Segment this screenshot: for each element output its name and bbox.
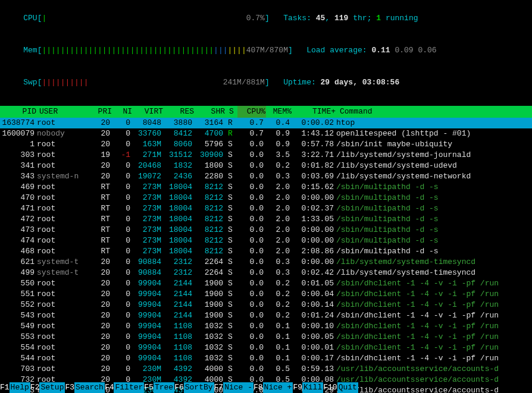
process-row[interactable]: 468rootRT0273M180048212S0.02.02:08.86/sb… [0, 246, 532, 257]
process-row[interactable]: 544root2009990411081032S0.00.10:00.17/sb… [0, 353, 532, 364]
process-row[interactable]: 474rootRT0273M180048212S0.02.00:00.00/sb… [0, 235, 532, 246]
process-row[interactable]: 550root2009990421441900S0.00.20:01.05/sb… [0, 278, 532, 289]
col-cmd[interactable]: Command [336, 106, 532, 118]
load-label: Load average: [306, 46, 367, 55]
fkey-label[interactable]: Search [74, 382, 105, 393]
uptime-val: 29 days, 03:08:56 [321, 78, 400, 87]
fkey-f4[interactable]: F4 [105, 383, 114, 392]
col-pri[interactable]: PRI [87, 106, 112, 118]
process-row[interactable]: 551root2009990421441900S0.00.20:00.04/sb… [0, 289, 532, 300]
col-pid[interactable]: PID [0, 106, 37, 118]
fkey-label[interactable]: SortBy [184, 382, 214, 393]
tasks-thr: 119 [334, 14, 348, 23]
fkey-label[interactable]: Setup [39, 382, 65, 393]
fkey-f2[interactable]: F2 [30, 383, 40, 392]
fkey-label[interactable]: Help [10, 382, 30, 393]
col-time[interactable]: TIME+ [292, 106, 336, 118]
col-virt[interactable]: VIRT [133, 106, 164, 118]
cpu-label: CPU [23, 14, 37, 23]
process-table[interactable]: PID USER PRI NI VIRT RES SHR S CPU% MEM%… [0, 106, 532, 393]
function-key-bar[interactable]: F1Help F2Setup F3SearchF4FilterF5Tree F6… [0, 382, 532, 393]
cpu-pct: 0.7% [246, 14, 265, 23]
process-row[interactable]: 553root2009990411081032S0.00.10:00.05/sb… [0, 332, 532, 342]
col-user[interactable]: USER [37, 106, 87, 118]
col-ni[interactable]: NI [112, 106, 133, 118]
process-row[interactable]: 470rootRT0273M180048212S0.02.00:00.00/sb… [0, 193, 532, 203]
process-row[interactable]: 341root2002046818321800S0.00.20:01.82/li… [0, 161, 532, 171]
fkey-f8[interactable]: F8 [254, 383, 263, 392]
process-row[interactable]: 1600079nobody2003376084124700R0.70.91:43… [0, 128, 532, 139]
process-row[interactable]: 621systemd-t2009088423122264S0.00.30:00.… [0, 257, 532, 268]
tasks-label: Tasks: [283, 14, 311, 23]
fkey-f5[interactable]: F5 [144, 383, 154, 392]
column-header-row[interactable]: PID USER PRI NI VIRT RES SHR S CPU% MEM%… [0, 106, 532, 118]
process-row[interactable]: 499systemd-t2009088423122264S0.00.30:02.… [0, 268, 532, 278]
fkey-f9[interactable]: F9 [293, 383, 302, 392]
process-row[interactable]: 703root200230M43924000S0.00.50:59.13/usr… [0, 364, 532, 375]
fkey-f1[interactable]: F1 [0, 383, 10, 392]
col-s[interactable]: S [226, 106, 237, 118]
process-row[interactable]: 471rootRT0273M180048212S0.02.00:02.37/sb… [0, 203, 532, 214]
fkey-f3[interactable]: F3 [65, 383, 74, 392]
col-mem[interactable]: MEM% [266, 106, 292, 118]
process-row[interactable]: 549root2009990411081032S0.00.10:00.10/sb… [0, 321, 532, 332]
fkey-label[interactable]: Tree [154, 382, 174, 393]
col-res[interactable]: RES [164, 106, 195, 118]
fkey-label[interactable]: Quit [337, 382, 358, 393]
tasks-running: 1 [376, 14, 381, 23]
process-row[interactable]: 473rootRT0273M180048212S0.02.00:00.00/sb… [0, 225, 532, 235]
meters-panel: CPU[| 0.7%] Tasks: 45, 119 thr; 1 runnin… [0, 0, 532, 101]
fkey-label[interactable]: Nice - [223, 382, 254, 393]
process-row[interactable]: 543root2009990421441900S0.00.20:01.24/sb… [0, 310, 532, 321]
fkey-label[interactable]: Kill [302, 382, 323, 393]
mem-bar: ||||||||||||||||||||||||||||||||||||| [42, 46, 214, 55]
fkey-label[interactable]: Filter [114, 382, 144, 393]
process-row[interactable]: 1root200163M80605796S0.00.90:57.78/sbin/… [0, 139, 532, 150]
process-row[interactable]: 472rootRT0273M180048212S0.02.01:33.05/sb… [0, 214, 532, 225]
fkey-f10[interactable]: F10 [323, 383, 337, 392]
mem-label: Mem [23, 46, 37, 55]
tasks-total: 45 [316, 14, 326, 23]
process-row[interactable]: 552root2009990421441900S0.00.20:00.14/sb… [0, 300, 532, 310]
swp-val: 241M/881M [223, 78, 265, 87]
mem-val: 407M/870M [246, 46, 288, 55]
process-row[interactable]: 554root2009990411081032S0.00.10:00.01/sb… [0, 342, 532, 353]
swp-bar: |||||||||| [42, 78, 88, 87]
swp-label: Swp [23, 78, 37, 87]
fkey-f7[interactable]: F7 [214, 383, 224, 392]
process-row[interactable]: 469rootRT0273M180048212S0.02.00:15.62/sb… [0, 182, 532, 193]
fkey-f6[interactable]: F6 [174, 383, 184, 392]
uptime-label: Uptime: [283, 78, 316, 87]
process-row[interactable]: 343systemd-n2001907224362280S0.00.30:03.… [0, 171, 532, 182]
process-row[interactable]: 303root19-1271M3151230900S0.03.53:22.71/… [0, 150, 532, 161]
col-shr[interactable]: SHR [195, 106, 226, 118]
fkey-label[interactable]: Nice + [263, 382, 293, 393]
col-cpu[interactable]: CPU% [237, 106, 266, 118]
process-row[interactable]: 1638774root200804838803164R0.70.40:00.02… [0, 118, 532, 128]
